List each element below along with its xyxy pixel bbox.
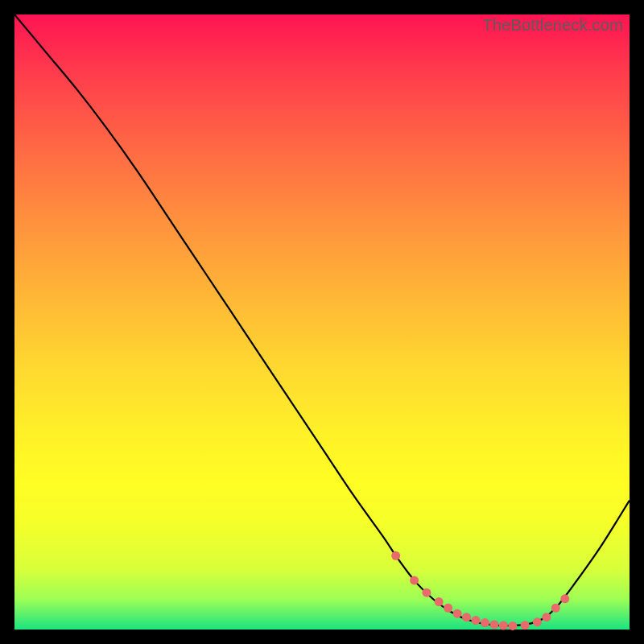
highlight-dot bbox=[462, 613, 471, 621]
highlight-dot bbox=[422, 588, 431, 597]
chart-frame: TheBottleneck.com bbox=[0, 0, 644, 644]
curve-layer bbox=[14, 14, 630, 630]
highlight-dot bbox=[521, 621, 530, 630]
highlight-dot bbox=[391, 551, 400, 560]
highlight-dot bbox=[551, 604, 560, 613]
highlight-dot bbox=[560, 594, 569, 603]
highlight-dot bbox=[533, 617, 542, 626]
highlight-dot bbox=[410, 576, 419, 584]
marker-group bbox=[391, 551, 569, 630]
highlight-dot bbox=[453, 609, 462, 618]
highlight-dot bbox=[444, 604, 452, 613]
highlight-dot bbox=[472, 616, 481, 625]
highlight-dot bbox=[489, 620, 498, 629]
plot-area: TheBottleneck.com bbox=[14, 14, 630, 630]
highlight-dot bbox=[481, 618, 489, 627]
highlight-dot bbox=[499, 621, 508, 630]
highlight-dot bbox=[542, 613, 551, 621]
highlight-dot bbox=[508, 621, 517, 630]
highlight-dot bbox=[435, 597, 444, 606]
main-curve bbox=[14, 14, 630, 625]
